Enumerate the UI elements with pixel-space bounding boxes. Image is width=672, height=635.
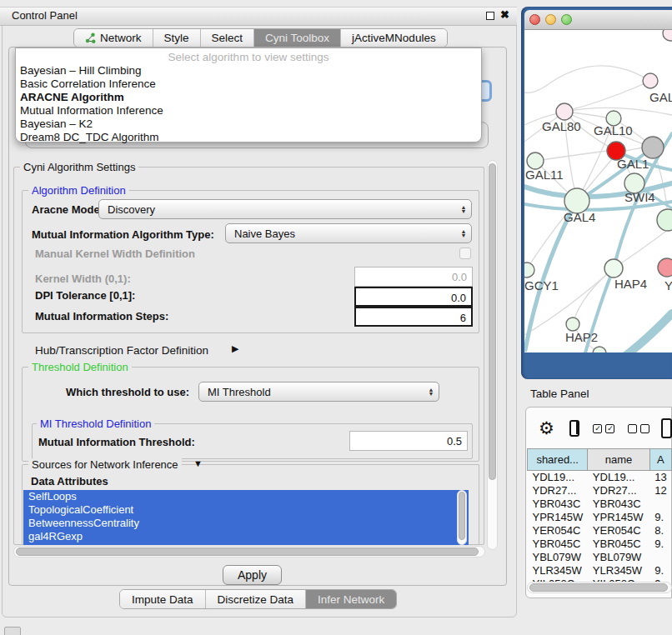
sources-group-title: Sources for Network Inference [28,458,182,471]
table-row[interactable]: YPR145WYPR145W9. [528,511,672,524]
dropdown-item[interactable]: Basic Correlation Inference [16,78,481,91]
dpi-tolerance-field[interactable]: 0.0 [354,287,473,307]
dropdown-item[interactable]: Mutual Information Inference [16,104,481,118]
tab-style[interactable]: Style [153,29,201,47]
close-icon[interactable]: ✖ [500,8,509,21]
tab-cyni-toolbox[interactable]: Cyni Toolbox [254,29,341,47]
table-panel-title: Table Panel [530,388,589,400]
node-y-partial[interactable] [658,258,672,277]
dropdown-item[interactable]: Dream8 DC_TDC Algorithm [16,131,481,144]
float-window-icon[interactable] [486,12,494,20]
show-selected-icon[interactable]: ✓✓ [593,424,614,433]
node-label: Y [664,278,672,292]
kernel-width-field[interactable]: 0.0 [354,267,473,287]
node-label: GAL4 [564,210,595,224]
apply-button[interactable]: Apply [223,565,282,585]
zoom-traffic-icon[interactable] [561,14,572,25]
hub-expand-icon[interactable]: ▶ [232,343,238,354]
table-row[interactable]: YDR27...YDR27...12 [528,484,672,498]
node[interactable] [593,347,606,352]
control-panel-title: Control Panel [12,9,78,22]
table-row[interactable]: YBR043CYBR043C [528,498,672,511]
data-attributes-list: SelfLoops TopologicalCoefficient Between… [23,490,469,545]
mi-algorithm-type-combo[interactable]: Naive Bayes ▲▼ [225,223,472,243]
algorithm-dropdown-popup: Select algorithm to view settings Bayesi… [15,48,482,142]
manual-kernel-checkbox[interactable] [459,248,471,259]
table-row[interactable]: YDL19...YDL19...13 [528,471,672,484]
node-label: GAL11 [525,168,564,182]
which-threshold-combo[interactable]: MI Threshold ▲▼ [198,382,439,402]
node-label: SWI4 [624,190,655,204]
mi-threshold-group-title: MI Threshold Definition [37,418,154,430]
aracne-mode-label: Aracne Mode: [32,203,103,216]
hub-definition-label[interactable]: Hub/Transcription Factor Definition [35,344,208,357]
settings-group-title: Cyni Algorithm Settings [20,161,138,173]
list-item[interactable]: gal4RGexp [23,530,469,543]
tab-select[interactable]: Select [201,29,255,47]
column-header[interactable]: A [649,449,671,471]
network-canvas[interactable]: GAL GAL80 GAL10 GAL1 GAL11 SWI4 GAL4 GCY… [524,30,672,352]
table-row[interactable]: YBL079WYBL079W [528,551,672,564]
function-builder-icon[interactable] [661,418,672,438]
list-scrollbar-thumb[interactable] [459,492,465,540]
list-item[interactable]: BetweennessCentrality [23,517,469,530]
threshold-definition-title: Threshold Definition [28,361,132,373]
node-hap4[interactable] [604,259,623,278]
node-label: GAL10 [594,123,633,138]
node-hap2[interactable] [566,318,579,331]
control-panel-titlebar [0,7,517,26]
tab-infer-network[interactable]: Infer Network [306,590,396,608]
table-hscrollbar-thumb[interactable] [529,583,668,592]
settings-vscrollbar-thumb[interactable] [489,163,496,480]
mi-threshold-field[interactable]: 0.5 [349,431,468,451]
dpi-tolerance-label: DPI Tolerance [0,1]: [35,289,135,302]
table-row[interactable]: YBR045CYBR045C9. [528,538,672,551]
table-header-row: shared... name A [528,449,672,471]
node[interactable] [657,209,672,231]
gear-icon[interactable]: ⚙ [539,418,554,438]
node-label: HAP4 [614,277,647,291]
node-gal80[interactable] [556,103,573,120]
list-item[interactable]: SelfLoops [23,490,469,503]
node-gal-partial[interactable] [643,73,658,88]
node-gal11[interactable] [527,152,544,169]
dropdown-item[interactable]: Bayesian – Hill Climbing [16,64,481,78]
dropdown-item[interactable]: Bayesian – K2 [16,118,481,131]
node-gcy1[interactable] [524,262,534,278]
node-label: GAL80 [542,119,581,133]
tab-impute-data[interactable]: Impute Data [120,590,206,608]
close-traffic-icon[interactable] [529,14,540,25]
kernel-width-label: Kernel Width (0,1): [35,272,131,285]
tab-jactivemnodules[interactable]: jActiveMNodules [341,29,447,47]
list-item[interactable]: TopologicalCoefficient [23,503,469,517]
column-header[interactable]: shared... [528,449,588,471]
stepper-arrows-icon: ▲▼ [424,388,439,396]
tab-discretize-data[interactable]: Discretize Data [206,590,307,608]
mi-steps-field[interactable]: 6 [354,307,473,327]
node[interactable] [663,30,672,41]
table-row[interactable]: YER054CYER054C8. [528,524,672,538]
network-graph: GAL GAL80 GAL10 GAL1 GAL11 SWI4 GAL4 GCY… [524,30,672,352]
sources-collapse-icon[interactable]: ▼ [193,458,203,468]
which-threshold-label: Which threshold to use: [66,386,189,398]
columns-icon[interactable] [569,420,580,437]
manual-kernel-label: Manual Kernel Width Definition [35,248,195,260]
tab-network[interactable]: Network [74,29,153,47]
hide-selected-icon[interactable] [628,424,649,433]
aracne-mode-combo[interactable]: Discovery ▲▼ [98,199,472,219]
node-label: HAP2 [565,330,598,344]
table-toolbar: ⚙ ✓✓ [527,410,672,447]
column-header[interactable]: name [588,449,649,471]
panel-handle-button[interactable] [4,627,21,635]
bottom-tabbar: Impute Data Discretize Data Infer Networ… [119,589,397,609]
dropdown-item-selected[interactable]: ARACNE Algorithm [16,91,481,104]
settings-hscrollbar-thumb[interactable] [16,548,479,556]
stepper-arrows-icon: ▲▼ [456,205,471,213]
algorithm-definition-title: Algorithm Definition [28,184,129,197]
minimize-traffic-icon[interactable] [545,14,556,25]
mi-type-label: Mutual Information Algorithm Type: [32,228,214,241]
mi-threshold-label: Mutual Information Threshold: [38,436,195,448]
stepper-arrows-icon: ▲▼ [456,229,471,238]
table-row[interactable]: YLR345WYLR345W9. [528,564,672,578]
node-gray[interactable] [642,137,664,158]
